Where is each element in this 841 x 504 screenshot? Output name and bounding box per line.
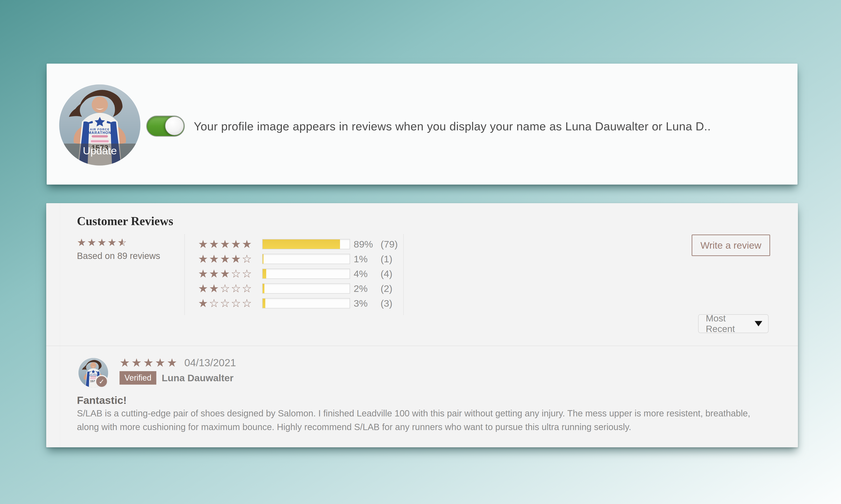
histogram-bar [262,298,350,308]
verified-check-icon: ✓ [95,375,108,388]
profile-banner-card: AIR FORCE MARATHON 1573 Update Your pr [47,64,797,184]
section-divider [46,346,798,346]
percent-label: 2% [354,283,381,294]
reviewer-avatar: ✓ [79,358,108,388]
histogram-row-4-stars: ★★★★☆ 1% (1) [198,253,403,265]
rating-histogram: ★★★★★ 89% (79) ★★★★☆ 1% (1) ★★★☆☆ 4% (4)… [184,234,404,315]
count-label: (3) [381,298,393,309]
percent-label: 89% [354,239,381,250]
one-star-icons: ★☆☆☆☆ [198,298,262,309]
customer-reviews-title: Customer Reviews [77,214,173,228]
card-left-gutter-line [60,203,60,447]
histogram-row-1-star: ★☆☆☆☆ 3% (3) [198,298,403,309]
histogram-bar-fill [263,269,266,278]
star-icon: ★ [77,236,87,248]
profile-avatar[interactable]: AIR FORCE MARATHON 1573 Update [59,85,140,165]
sort-dropdown[interactable]: Most Recent [698,314,769,333]
count-label: (4) [381,268,393,279]
histogram-bar [262,239,350,249]
average-star-rating: ★★★★☆★ [77,236,182,248]
two-star-icons: ★★☆☆☆ [198,283,262,294]
four-star-icons: ★★★★☆ [198,253,262,265]
sort-dropdown-value: Most Recent [706,313,755,334]
half-star-icon: ☆★ [118,236,127,248]
histogram-bar-fill [263,299,265,308]
histogram-bar [262,254,350,264]
histogram-bar-fill [263,254,263,264]
count-label: (79) [381,239,398,250]
histogram-bar-fill [263,239,340,249]
histogram-row-5-stars: ★★★★★ 89% (79) [198,238,403,250]
histogram-bar-fill [263,284,264,293]
star-icon: ★ [107,236,118,248]
page-background: AIR FORCE MARATHON 1573 Update Your pr [0,0,841,504]
star-icon: ★ [97,236,107,248]
avatar-update-label: Update [83,144,117,165]
write-review-button[interactable]: Write a review [692,235,770,256]
histogram-row-2-stars: ★★☆☆☆ 2% (2) [198,283,403,294]
review-title: Fantastic! [77,394,127,406]
count-label: (1) [381,254,393,265]
profile-banner-message: Your profile image appears in reviews wh… [194,120,711,133]
profile-image-toggle[interactable] [146,115,185,137]
customer-reviews-card: Customer Reviews ★★★★☆★ Based on 89 revi… [46,203,798,447]
chevron-down-icon [755,321,762,326]
review-header: ★★★★★ 04/13/2021 Verified Luna Dauwalter [120,356,236,384]
histogram-bar [262,283,350,294]
five-star-icons: ★★★★★ [198,238,262,250]
three-star-icons: ★★★☆☆ [198,268,262,279]
percent-label: 3% [354,298,381,309]
toggle-knob[interactable] [165,116,184,135]
percent-label: 4% [354,268,381,279]
average-rating-summary: ★★★★☆★ Based on 89 reviews [77,236,182,261]
avatar-update-overlay[interactable]: Update [59,144,140,165]
star-icon: ★ [87,236,97,248]
verified-badge: Verified [120,371,156,384]
percent-label: 1% [354,254,381,265]
count-label: (2) [381,283,393,294]
review-body: S/LAB is a cutting-edge pair of shoes de… [77,407,774,434]
histogram-row-3-stars: ★★★☆☆ 4% (4) [198,268,403,279]
reviewer-name: Luna Dauwalter [162,373,234,383]
histogram-bar [262,269,350,279]
review-star-rating: ★★★★★ [120,356,178,369]
review-date: 04/13/2021 [184,357,236,369]
review-count-caption: Based on 89 reviews [77,251,182,261]
